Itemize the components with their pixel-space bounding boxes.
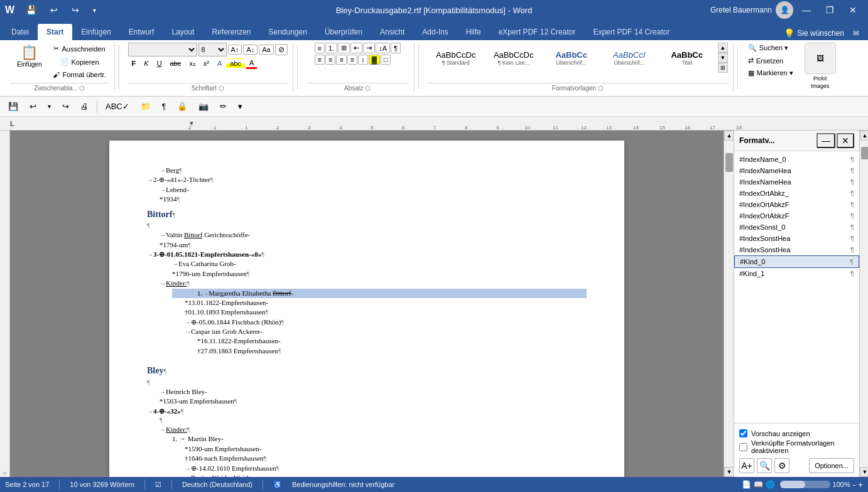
qat-undo[interactable]: ↩ — [44, 3, 64, 18]
replace-button[interactable]: ⇄ Ersetzen — [747, 55, 795, 66]
view-normal[interactable]: 📄 — [742, 480, 751, 489]
tab-referenzen[interactable]: Referenzen — [203, 24, 259, 40]
doc-selected-row[interactable]: 1. → Margaretha Elisabetha Bittorf- — [172, 289, 587, 298]
preview-checkbox[interactable] — [739, 429, 747, 437]
format-panel-close[interactable]: ✕ — [837, 133, 854, 148]
qat-redo[interactable]: ↪ — [65, 3, 85, 18]
view-web[interactable]: 🌐 — [766, 480, 775, 489]
text-highlight-button[interactable]: abc — [226, 58, 245, 68]
multilevel-button[interactable]: ⊞ — [338, 43, 350, 53]
italic-button[interactable]: K — [140, 58, 152, 68]
tab-layout[interactable]: Layout — [163, 24, 203, 40]
subscript-button[interactable]: x₂ — [185, 58, 199, 69]
tab-hilfe[interactable]: Hilfe — [457, 24, 490, 40]
style-row-indexortabkzf2[interactable]: #IndexOrtAbkzF ¶ — [734, 210, 859, 222]
qat-more[interactable]: ▾ — [87, 4, 102, 16]
line-spacing-button[interactable]: ↕ — [358, 55, 368, 65]
border-button[interactable]: □ — [381, 55, 391, 65]
font-expand[interactable]: ⬡ — [219, 85, 224, 92]
style-row-indexnamehea1[interactable]: #IndexNameHea ¶ — [734, 165, 859, 176]
tab-expert14[interactable]: Expert PDF 14 Creator — [584, 24, 678, 40]
tab-ueberprufen[interactable]: Überprüfen — [316, 24, 371, 40]
style-row-kind0[interactable]: #Kind_0 ¶ — [734, 255, 859, 268]
style-row-indexnamehea2[interactable]: #IndexNameHea ¶ — [734, 176, 859, 188]
font-size-select[interactable]: 8 — [198, 43, 227, 56]
shading-button[interactable]: ▓ — [369, 55, 380, 65]
style-ueberschrift2[interactable]: AaBbCcI Überschrif... — [601, 47, 658, 69]
bold-button[interactable]: F — [128, 58, 140, 68]
style-titel[interactable]: AaBbCc Titel — [659, 47, 715, 69]
lightbulb-icon[interactable]: 💡 — [784, 28, 795, 38]
tab-addins[interactable]: Add-Ins — [413, 24, 457, 40]
scroll-down-arrow[interactable]: ▼ — [724, 467, 734, 477]
style-kein-lee[interactable]: AaBbCcDc ¶ Kein Lee... — [486, 47, 542, 69]
toolbar-print[interactable]: 🖨 — [76, 99, 93, 114]
change-case-button[interactable]: Aa — [259, 45, 273, 55]
format-panel-minimize[interactable]: — — [816, 133, 835, 148]
toolbar-camera[interactable]: 📷 — [194, 99, 213, 114]
panel-inspect-style[interactable]: 🔍 — [757, 458, 772, 473]
format-painter-button[interactable]: 🖌Format übertr. — [50, 69, 109, 80]
toolbar-save[interactable]: 💾 — [4, 99, 23, 114]
pickit-icon[interactable]: 🖼 — [805, 43, 836, 74]
underline-button[interactable]: U — [153, 58, 166, 68]
panel-scroll-up[interactable]: ▲ — [860, 131, 868, 141]
style-ueberschrift1[interactable]: AaBbCc Überschrif... — [543, 47, 600, 69]
copy-button[interactable]: 📄Kopieren — [50, 56, 109, 68]
panel-manage-style[interactable]: ⚙ — [774, 458, 789, 473]
toolbar-more[interactable]: ▾ — [234, 99, 247, 114]
toolbar-undo-dropdown[interactable]: ▾ — [43, 100, 55, 112]
font-name-select[interactable] — [128, 43, 197, 56]
strikethrough-button[interactable]: abc — [166, 58, 185, 68]
scroll-thumb[interactable] — [725, 153, 733, 172]
close-button[interactable]: ✕ — [843, 3, 863, 18]
panel-options-button[interactable]: Optionen... — [809, 458, 854, 473]
zoom-in[interactable]: + — [858, 480, 863, 489]
style-standard[interactable]: AaBbCcDc ¶ Standard — [428, 47, 484, 69]
linked-checkbox[interactable] — [739, 443, 747, 451]
scroll-track[interactable] — [724, 141, 734, 467]
align-center-button[interactable]: ≡ — [325, 55, 335, 65]
align-left-button[interactable]: ≡ — [315, 55, 325, 65]
tab-sendungen[interactable]: Sendungen — [260, 24, 316, 40]
justify-button[interactable]: ≡ — [347, 55, 357, 65]
clipboard-expand[interactable]: ⬡ — [79, 85, 85, 92]
font-color-button[interactable]: A — [246, 58, 258, 69]
style-row-indexsonsthea1[interactable]: #IndexSonstHea ¶ — [734, 233, 859, 244]
tab-start[interactable]: Start — [38, 24, 72, 40]
select-button[interactable]: ▦ Markieren ▾ — [747, 68, 795, 78]
restore-button[interactable]: ❐ — [820, 3, 840, 18]
toolbar-edit[interactable]: ✏ — [215, 99, 231, 114]
panel-scroll-down[interactable]: ▼ — [860, 467, 868, 477]
panel-scroll-track[interactable] — [860, 141, 868, 467]
align-right-button[interactable]: ≡ — [336, 55, 346, 65]
numbering-button[interactable]: 1. — [325, 43, 337, 53]
clear-format-button[interactable]: ⊘ — [275, 44, 288, 55]
toolbar-open[interactable]: 📁 — [136, 99, 155, 114]
panel-new-style[interactable]: A+ — [739, 458, 754, 473]
toolbar-spellcheck[interactable]: ABC✓ — [101, 99, 134, 114]
cut-button[interactable]: ✂Ausschneiden — [50, 43, 109, 55]
toolbar-redo[interactable]: ↪ — [58, 99, 73, 114]
tab-einfuegen[interactable]: Einfügen — [72, 24, 119, 40]
style-row-indexsonst0[interactable]: #IndexSonst_0 ¶ — [734, 222, 859, 233]
sort-button[interactable]: ↕A — [376, 43, 390, 53]
outdent-button[interactable]: ⇤ — [350, 43, 362, 53]
bullets-button[interactable]: ≡ — [315, 43, 325, 53]
panel-scroll-thumb[interactable] — [861, 147, 868, 159]
font-size-increase[interactable]: A↑ — [228, 45, 242, 55]
text-effects-button[interactable]: A — [214, 58, 225, 68]
zoom-out[interactable]: - — [853, 480, 855, 489]
paste-button[interactable]: 📋 Einfügen — [10, 43, 48, 71]
indent-button[interactable]: ⇥ — [363, 43, 375, 53]
tab-datei[interactable]: Datei — [3, 24, 38, 40]
view-reading[interactable]: 📖 — [754, 480, 763, 489]
search-button[interactable]: 🔍 Suchen ▾ — [747, 43, 795, 53]
font-size-decrease[interactable]: A↓ — [243, 45, 258, 55]
toolbar-paintbucket[interactable]: 🔒 — [173, 99, 192, 114]
toolbar-format-mark[interactable]: ¶ — [158, 100, 170, 114]
tab-entwurf[interactable]: Entwurf — [120, 24, 163, 40]
share-icon[interactable]: ✉ — [847, 26, 865, 40]
minimize-button[interactable]: — — [796, 3, 817, 18]
para-expand[interactable]: ⬡ — [365, 85, 371, 92]
